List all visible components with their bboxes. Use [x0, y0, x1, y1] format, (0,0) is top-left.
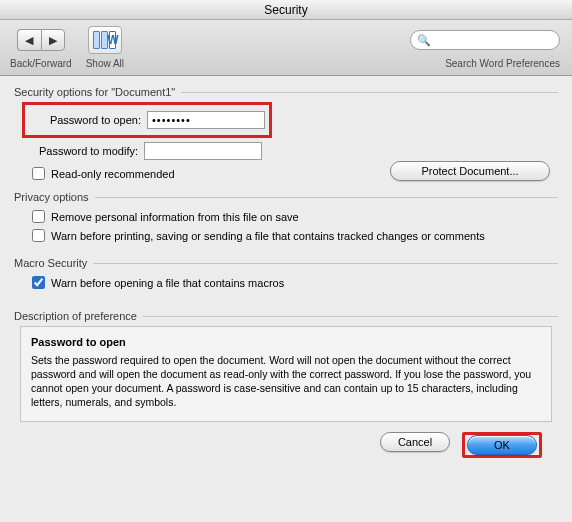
- show-all-group: W Show All: [86, 24, 124, 69]
- remove-pi-label: Remove personal information from this fi…: [51, 211, 299, 223]
- chevron-left-icon: ◀: [25, 34, 33, 47]
- warn-tracked-checkbox[interactable]: [32, 229, 45, 242]
- readonly-label: Read-only recommended: [51, 168, 175, 180]
- readonly-checkbox[interactable]: [32, 167, 45, 180]
- search-icon: 🔍: [417, 34, 431, 47]
- search-label: Search Word Preferences: [445, 58, 560, 69]
- description-body: Sets the password required to open the d…: [31, 353, 541, 410]
- macro-section-label: Macro Security: [14, 257, 558, 269]
- privacy-section-label: Privacy options: [14, 191, 558, 203]
- protect-document-button[interactable]: Protect Document...: [390, 161, 550, 181]
- showall-page-icon: [93, 31, 100, 49]
- ok-button[interactable]: OK: [467, 435, 537, 455]
- warn-tracked-label: Warn before printing, saving or sending …: [51, 230, 485, 242]
- password-open-input[interactable]: [147, 111, 265, 129]
- forward-button[interactable]: ▶: [41, 29, 65, 51]
- security-section-label: Security options for "Document1": [14, 86, 558, 98]
- footer: Cancel OK: [14, 422, 558, 458]
- password-open-label: Password to open:: [27, 114, 147, 126]
- back-forward-group: ◀ ▶ Back/Forward: [10, 24, 72, 69]
- word-doc-icon: W: [109, 31, 116, 49]
- show-all-label: Show All: [86, 58, 124, 69]
- toolbar: ◀ ▶ Back/Forward W Show All 🔍 Search Wor…: [0, 20, 572, 76]
- window-title: Security: [0, 0, 572, 20]
- warn-macros-label: Warn before opening a file that contains…: [51, 277, 284, 289]
- remove-pi-checkbox[interactable]: [32, 210, 45, 223]
- search-input[interactable]: [435, 33, 553, 47]
- description-box: Password to open Sets the password requi…: [20, 326, 552, 422]
- search-group: 🔍 Search Word Preferences: [410, 24, 560, 69]
- password-modify-label: Password to modify:: [24, 145, 144, 157]
- description-title: Password to open: [31, 335, 541, 350]
- chevron-right-icon: ▶: [49, 34, 57, 47]
- password-open-highlight: Password to open:: [22, 102, 272, 138]
- show-all-button[interactable]: W: [88, 26, 122, 54]
- password-modify-input[interactable]: [144, 142, 262, 160]
- cancel-button[interactable]: Cancel: [380, 432, 450, 452]
- ok-highlight: OK: [462, 432, 542, 458]
- warn-macros-checkbox[interactable]: [32, 276, 45, 289]
- description-section-label: Description of preference: [14, 310, 558, 322]
- back-button[interactable]: ◀: [17, 29, 41, 51]
- back-forward-label: Back/Forward: [10, 58, 72, 69]
- search-field[interactable]: 🔍: [410, 30, 560, 50]
